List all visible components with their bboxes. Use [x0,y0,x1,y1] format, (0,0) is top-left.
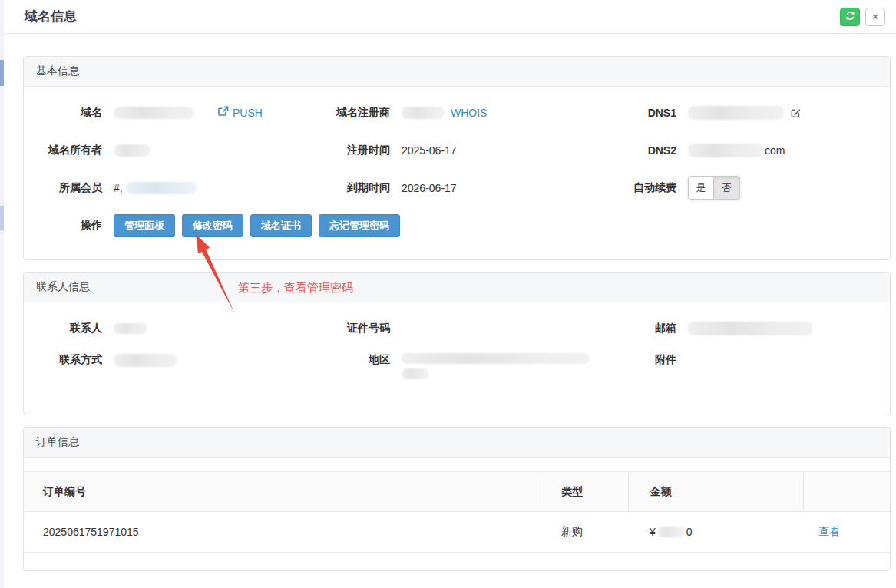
field-row: 域名 [24,94,890,131]
whois-link[interactable]: WHOIS [451,107,487,119]
step-annotation-text: 第三步，查看管理密码 [238,281,353,296]
order-type-cell: 新购 [541,512,628,553]
dns2-redacted-value [688,144,763,157]
id-number-label: 证件号码 [325,322,390,335]
field-row: 域名所有者 注册时间 2025-06-17 DNS2 com [24,131,890,169]
auto-renew-label: 自动续费 [607,181,676,195]
member-redacted-value [126,182,197,194]
phone-field: 联系方式 [24,353,325,367]
contact-redacted-value [114,323,147,334]
phone-redacted-value [114,354,177,367]
auto-renew-toggle: 是 否 [688,176,740,200]
push-link[interactable]: PUSH [217,106,263,119]
actions-label: 操作 [24,219,102,233]
view-order-link[interactable]: 查看 [818,525,840,539]
order-action-cell: 查看 [803,512,890,553]
push-label: PUSH [233,107,263,119]
contact-label: 联系人 [24,322,102,335]
region-redacted-line2 [402,368,429,379]
phone-label: 联系方式 [24,353,102,367]
dns2-suffix: com [765,144,785,157]
expire-time-value: 2026-06-17 [402,182,457,194]
change-password-button[interactable]: 修改密码 [182,214,243,237]
order-table-header-row: 订单编号 类型 金额 [24,472,890,512]
contact-field: 联系人 [24,309,325,347]
amount-redacted-value [657,527,685,537]
basic-info-title: 基本信息 [24,57,890,87]
basic-info-panel: 基本信息 域名 [23,56,891,260]
order-info-panel: 订单信息 订单编号 类型 金额 2025061751971015 [23,427,891,571]
domain-certificate-button[interactable]: 域名证书 [250,214,312,237]
expire-time-label: 到期时间 [325,181,390,195]
region-redacted-line1 [402,353,590,364]
actions-field: 操作 管理面板 修改密码 域名证书 忘记管理密码 [24,206,890,244]
dns1-field: DNS1 [607,94,890,131]
member-prefix: #, [114,182,123,194]
email-redacted-value [688,322,812,335]
reg-time-value: 2025-06-17 [402,144,457,157]
field-row: 所属会员 #, 到期时间 2026-06-17 自动续费 [24,169,890,206]
refresh-button[interactable] [840,8,860,26]
push-icon [217,106,229,119]
order-table-row: 2025061751971015 新购 ¥ 0 查看 [24,512,890,553]
forgot-password-button[interactable]: 忘记管理密码 [319,214,400,237]
order-no-cell: 2025061751971015 [24,512,541,553]
action-column-header [803,472,890,512]
region-field: 地区 [325,353,607,379]
edit-dns-icon[interactable] [790,107,802,118]
header-actions: × [840,8,885,26]
email-label: 邮箱 [607,322,676,335]
owner-field: 域名所有者 [24,131,325,169]
id-number-field: 证件号码 [325,309,607,347]
order-info-title: 订单信息 [24,428,890,458]
dns1-redacted-value [688,106,784,120]
owner-label: 域名所有者 [24,144,102,157]
manage-panel-button[interactable]: 管理面板 [114,214,175,237]
email-field: 邮箱 [607,309,890,347]
expire-time-field: 到期时间 2026-06-17 [325,169,607,206]
order-table: 订单编号 类型 金额 2025061751971015 新购 [24,471,890,553]
auto-renew-no-button[interactable]: 否 [714,176,740,200]
order-amount-cell: ¥ 0 [628,512,803,553]
type-column-header: 类型 [541,472,628,512]
contact-info-panel: 联系人信息 联系人 证件号码 邮箱 [23,272,891,415]
amount-suffix: 0 [686,526,693,538]
dns1-label: DNS1 [607,107,676,119]
domain-field: 域名 [24,94,325,131]
modal-header: 域名信息 × [4,0,896,34]
contact-info-title: 联系人信息 [24,273,890,302]
dns2-field: DNS2 com [607,131,890,169]
registrar-redacted-value [402,107,445,119]
refresh-icon [845,11,855,23]
amount-column-header: 金额 [628,472,803,512]
action-buttons: 管理面板 修改密码 域名证书 忘记管理密码 [114,214,400,237]
reg-time-label: 注册时间 [325,144,390,157]
dns2-label: DNS2 [607,144,676,157]
field-row: 联系方式 地区 附件 [24,347,890,393]
auto-renew-field: 自动续费 是 否 [607,169,890,206]
order-table-gap [24,458,890,471]
close-icon: × [872,12,878,21]
basic-info-fields: 域名 [24,87,890,259]
registrar-field: 域名注册商 WHOIS [325,94,607,131]
registrar-label: 域名注册商 [325,106,390,120]
attachment-label: 附件 [607,353,676,367]
field-row: 联系人 证件号码 邮箱 [24,309,890,347]
member-field: 所属会员 #, [24,169,325,206]
contact-info-fields: 联系人 证件号码 邮箱 [24,302,890,415]
modal-body: 基本信息 域名 [4,34,896,571]
region-label: 地区 [325,353,390,367]
order-no-column-header: 订单编号 [24,472,541,512]
attachment-field: 附件 [607,353,890,367]
member-label: 所属会员 [24,181,102,195]
domain-label: 域名 [24,106,102,120]
reg-time-field: 注册时间 2025-06-17 [325,131,607,169]
close-button[interactable]: × [865,8,885,26]
auto-renew-yes-button[interactable]: 是 [688,176,714,200]
field-row: 操作 管理面板 修改密码 域名证书 忘记管理密码 [24,206,890,244]
owner-redacted-value [114,144,150,157]
screen: 域名信息 × [0,0,896,588]
page-title: 域名信息 [25,8,840,25]
order-panel-bottom-space [24,553,890,570]
amount-prefix: ¥ [650,526,656,538]
